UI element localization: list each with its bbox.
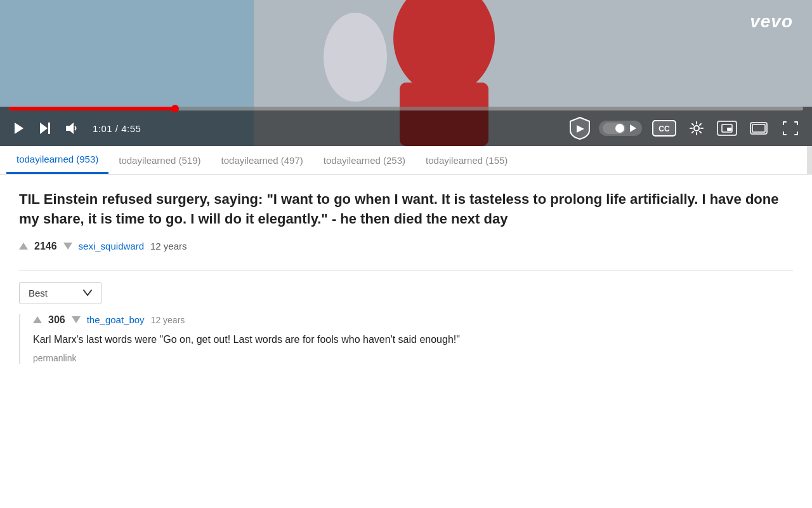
comment-meta: 306 the_goat_boy 12 years bbox=[33, 314, 793, 326]
downvote-button[interactable] bbox=[63, 243, 72, 250]
sort-dropdown[interactable]: Best bbox=[19, 282, 102, 304]
comment-section: 306 the_goat_boy 12 years Karl Marx's la… bbox=[0, 314, 812, 364]
tab-3[interactable]: todayilearned (253) bbox=[313, 147, 416, 173]
svg-marker-6 bbox=[40, 123, 48, 134]
svg-rect-15 bbox=[727, 128, 731, 131]
svg-rect-7 bbox=[48, 123, 50, 134]
svg-point-13 bbox=[694, 126, 699, 131]
divider bbox=[19, 270, 793, 271]
toggle-track bbox=[603, 123, 625, 134]
post-content: TIL Einstein refused surgery, saying: "I… bbox=[0, 175, 799, 258]
comment-downvote-button[interactable] bbox=[72, 316, 81, 323]
play-button[interactable] bbox=[9, 119, 28, 138]
svg-point-4 bbox=[324, 13, 387, 102]
miniplayer-icon bbox=[717, 121, 737, 136]
autoplay-toggle[interactable] bbox=[599, 121, 642, 136]
comment-time: 12 years bbox=[151, 315, 185, 325]
svg-rect-16 bbox=[752, 124, 765, 132]
comment-score: 306 bbox=[48, 314, 65, 326]
progress-bar[interactable] bbox=[9, 107, 803, 110]
subreddit-tabs: todayilearned (953) todayilearned (519) … bbox=[0, 146, 812, 175]
fullscreen-button[interactable] bbox=[778, 117, 803, 140]
sort-label: Best bbox=[29, 288, 48, 298]
video-player: vevo bbox=[0, 0, 812, 146]
tab-4[interactable]: todayilearned (155) bbox=[416, 147, 518, 173]
sort-row: Best bbox=[0, 282, 812, 314]
post-title: TIL Einstein refused surgery, saying: "I… bbox=[19, 190, 780, 229]
comment-author[interactable]: the_goat_boy bbox=[87, 314, 145, 325]
svg-marker-10 bbox=[630, 124, 636, 132]
vevo-logo: vevo bbox=[750, 11, 793, 32]
permalink-link[interactable]: permanlink bbox=[33, 353, 76, 363]
controls-row: 1:01 / 4:55 bbox=[9, 116, 803, 141]
volume-button[interactable] bbox=[62, 119, 81, 138]
comment-item: 306 the_goat_boy 12 years Karl Marx's la… bbox=[19, 314, 793, 364]
toggle-knob bbox=[615, 124, 624, 133]
settings-button[interactable] bbox=[686, 118, 707, 138]
time-display: 1:01 / 4:55 bbox=[93, 123, 141, 134]
upvote-button[interactable] bbox=[19, 243, 28, 250]
comment-body: Karl Marx's last words were "Go on, get … bbox=[33, 332, 793, 347]
post-meta: 2146 sexi_squidward 12 years bbox=[19, 241, 780, 252]
tab-2[interactable]: todayilearned (497) bbox=[211, 147, 313, 173]
video-controls: 1:01 / 4:55 bbox=[0, 107, 812, 146]
svg-marker-8 bbox=[66, 123, 74, 134]
chevron-down-icon bbox=[83, 290, 92, 296]
post-author[interactable]: sexi_squidward bbox=[79, 241, 144, 251]
fullscreen-icon bbox=[780, 119, 801, 137]
cc-button[interactable]: CC bbox=[650, 117, 679, 139]
tab-1[interactable]: todayilearned (519) bbox=[108, 147, 211, 173]
vote-count: 2146 bbox=[34, 241, 57, 252]
svg-marker-5 bbox=[15, 123, 23, 134]
comment-upvote-button[interactable] bbox=[33, 316, 42, 323]
post-time: 12 years bbox=[150, 241, 187, 251]
miniplayer-button[interactable] bbox=[714, 118, 740, 138]
theater-icon bbox=[750, 122, 768, 135]
tab-0[interactable]: todayilearned (953) bbox=[6, 146, 108, 174]
svg-text:CC: CC bbox=[658, 124, 670, 133]
scrollbar[interactable] bbox=[807, 146, 812, 174]
next-button[interactable] bbox=[36, 119, 55, 138]
progress-fill bbox=[9, 107, 176, 110]
theater-button[interactable] bbox=[747, 119, 770, 137]
vevo-shield-icon[interactable] bbox=[568, 116, 591, 141]
